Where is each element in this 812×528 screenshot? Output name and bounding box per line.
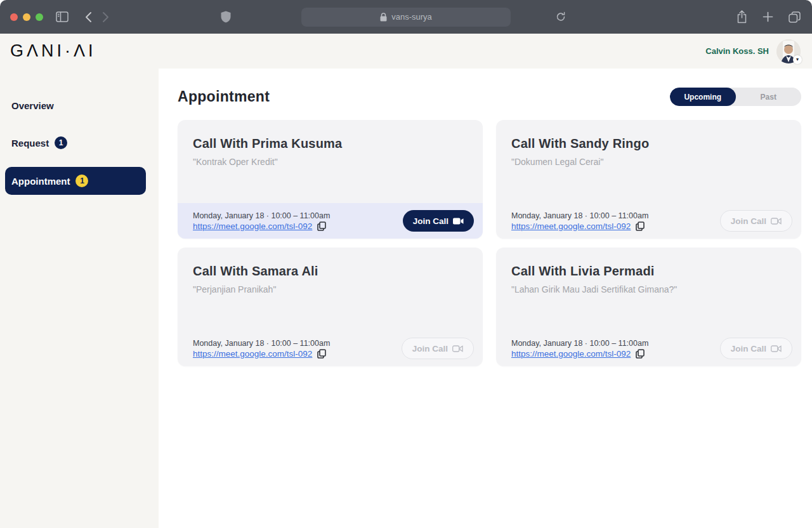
card-topic: "Perjanjian Pranikah" [193,284,468,294]
url-text: vans-surya [391,12,432,22]
tab-overview-icon[interactable] [789,11,801,23]
sidebar-item-label: Request [11,138,49,148]
card-title: Call With Prima Kusuma [193,136,468,151]
video-camera-icon [453,218,464,225]
tab-past[interactable]: Past [736,88,802,106]
lock-icon [380,13,387,22]
app-header: GΛNI·ΛI Calvin Koss. SH ▾ [0,34,812,69]
share-icon[interactable] [737,10,747,23]
zoom-window-button[interactable] [36,13,43,21]
join-call-button-disabled[interactable]: Join Call [402,338,474,359]
join-call-button-disabled[interactable]: Join Call [720,338,792,359]
card-datetime: Monday, January 18 · 10:00 – 11:00am [193,211,330,220]
browser-chrome: vans-surya [0,0,812,34]
appointment-card: Call With Prima Kusuma "Kontrak Oper Kre… [178,120,483,239]
copy-link-icon[interactable] [636,221,645,231]
card-title: Call With Sandy Ringo [511,136,786,151]
browser-window: vans-surya GΛNI·ΛI [0,0,812,528]
card-datetime: Monday, January 18 · 10:00 – 11:00am [193,339,330,348]
copy-link-icon[interactable] [317,349,326,359]
card-topic: "Lahan Girik Mau Jadi Sertifikat Gimana?… [511,284,786,294]
copy-link-icon[interactable] [317,221,326,231]
video-camera-icon [452,345,463,352]
sidebar: Overview Request 1 Appointment 1 [0,69,159,528]
traffic-lights [10,13,43,21]
sidebar-item-label: Appointment [11,176,70,187]
forward-icon[interactable] [102,11,109,23]
appointment-card: Call With Samara Ali "Perjanjian Pranika… [178,248,483,366]
appointment-card: Call With Livia Permadi "Lahan Girik Mau… [496,248,801,366]
card-title: Call With Samara Ali [193,264,468,279]
join-call-button[interactable]: Join Call [403,210,474,232]
sidebar-item-overview[interactable]: Overview [0,93,159,119]
join-call-label: Join Call [731,344,766,353]
card-datetime: Monday, January 18 · 10:00 – 11:00am [511,339,648,348]
sidebar-item-appointment[interactable]: Appointment 1 [5,167,146,195]
close-window-button[interactable] [10,13,18,21]
meeting-link[interactable]: https://meet.google.com/tsl-092 [193,349,312,359]
browser-sidebar-icon[interactable] [56,11,69,22]
new-tab-icon[interactable] [763,11,773,22]
app-logo: GΛNI·ΛI [9,41,96,61]
copy-link-icon[interactable] [636,349,645,359]
sidebar-item-label: Overview [11,100,54,111]
join-call-label: Join Call [731,216,766,226]
appointment-count-badge: 1 [75,175,88,187]
appointment-card: Call With Sandy Ringo "Dokumen Legal Cer… [496,120,801,239]
meeting-link[interactable]: https://meet.google.com/tsl-092 [193,221,312,231]
card-footer: Monday, January 18 · 10:00 – 11:00am htt… [178,203,483,239]
join-call-label: Join Call [412,344,448,353]
sidebar-item-request[interactable]: Request 1 [0,129,159,157]
video-camera-icon [771,218,782,225]
address-bar[interactable]: vans-surya [301,8,511,27]
user-name: Calvin Koss. SH [705,46,769,56]
appointment-cards: Call With Prima Kusuma "Kontrak Oper Kre… [178,120,801,366]
reload-icon[interactable] [556,11,566,22]
minimize-window-button[interactable] [23,13,30,21]
tab-upcoming[interactable]: Upcoming [670,88,736,106]
back-icon[interactable] [85,11,92,23]
card-footer: Monday, January 18 · 10:00 – 11:00am htt… [496,203,801,239]
main-content: Appointment Upcoming Past Call With Prim… [159,69,812,528]
page-title: Appointment [178,88,270,105]
user-menu[interactable]: Calvin Koss. SH ▾ [705,39,803,63]
chevron-down-icon: ▾ [793,55,802,64]
request-count-badge: 1 [55,136,67,149]
card-topic: "Kontrak Oper Kredit" [193,157,468,167]
privacy-shield-icon[interactable] [221,11,231,23]
card-datetime: Monday, January 18 · 10:00 – 11:00am [511,211,648,220]
card-footer: Monday, January 18 · 10:00 – 11:00am htt… [496,331,801,366]
video-camera-icon [771,345,782,352]
join-call-button-disabled[interactable]: Join Call [720,210,792,232]
card-title: Call With Livia Permadi [511,264,786,279]
join-call-label: Join Call [413,216,449,226]
card-topic: "Dokumen Legal Cerai" [511,157,786,167]
card-footer: Monday, January 18 · 10:00 – 11:00am htt… [178,331,483,366]
upcoming-past-toggle: Upcoming Past [670,88,801,106]
meeting-link[interactable]: https://meet.google.com/tsl-092 [511,349,631,359]
meeting-link[interactable]: https://meet.google.com/tsl-092 [511,221,631,231]
user-avatar[interactable]: ▾ [776,39,801,63]
